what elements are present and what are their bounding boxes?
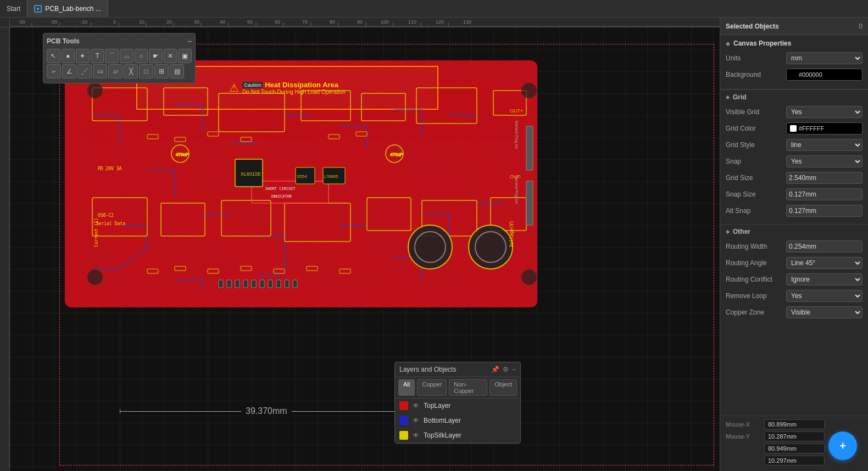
svg-rect-59 [252,181,329,203]
grid-color-row: Grid Color #FFFFFF [726,122,863,135]
svg-text:-20: -20 [50,19,57,25]
units-value[interactable]: mm inch mil [786,52,863,64]
layers-settings-icon[interactable]: ⚙ [503,366,509,373]
tool-square[interactable]: □ [139,64,153,78]
blue-action-button[interactable]: + [828,431,857,460]
svg-text:INDICATOR: INDICATOR [271,194,292,199]
ruler-corner [0,18,10,27]
tool-rect-pad[interactable]: ▭ [93,64,107,78]
tool-via[interactable]: ✦ [76,49,90,63]
layer-topsilklayer[interactable]: 👁 TopSilkLayer [395,428,520,443]
svg-text:OUT-: OUT- [510,174,522,180]
bottomlayer-visibility-icon[interactable]: 👁 [413,417,419,424]
copper-zone-select[interactable]: Visible Hidden [786,306,863,318]
svg-rect-80 [526,126,533,170]
snap-size-input[interactable] [786,188,863,200]
svg-text:S554: S554 [297,174,307,179]
tool-pan[interactable]: ☛ [149,49,163,63]
topsilklayer-label: TopSilkLayer [424,431,461,439]
svg-text:-30: -30 [18,19,25,25]
coord2-value: 10.297mm [764,456,825,466]
remove-loop-select[interactable]: Yes No [786,290,863,302]
tool-rect2[interactable]: ▱ [108,64,123,78]
svg-rect-42 [416,88,477,124]
layers-pin-icon[interactable]: 📌 [491,366,499,373]
topsilklayer-visibility-icon[interactable]: 👁 [413,431,419,439]
grid-size-input[interactable] [786,172,863,184]
units-label: Units [726,54,786,62]
board-traces-svg: SHORT CIRCUIT INDICATOR Current (I) Volt… [65,60,537,307]
tool-circle[interactable]: ○ [135,49,148,63]
tool-arc1[interactable]: ⌒ [105,49,119,63]
routing-conflict-select[interactable]: Ignore Warning Error [786,273,863,285]
tool-cross[interactable]: ╳ [124,64,138,78]
svg-text:Banana Plug-ive: Banana Plug-ive [514,121,519,149]
snap-select[interactable]: Yes No [786,155,863,167]
svg-rect-74 [175,266,186,271]
routing-width-row: Routing Width [726,240,863,253]
layers-panel-header: Layers and Objects 📌 ⚙ – [395,362,520,377]
layers-tab-object[interactable]: Object [489,379,517,396]
tool-corner[interactable]: ⌐ [47,64,61,78]
units-select[interactable]: mm inch mil [786,52,863,64]
tool-text[interactable]: T [91,49,104,63]
svg-rect-47 [285,203,350,242]
mouse-x-label: Mouse-X [726,421,764,428]
layer-toplayer[interactable]: 👁 TopLayer [395,399,520,413]
visible-grid-select[interactable]: Yes No [786,106,863,118]
routing-width-label: Routing Width [726,243,786,250]
svg-text:60: 60 [275,19,280,25]
background-value[interactable]: #000000 [786,69,863,81]
svg-rect-69 [208,132,219,136]
routing-conflict-row: Routing Conflict Ignore Warning Error [726,273,863,286]
layers-minus-icon[interactable]: – [512,366,516,373]
bottomlayer-color-swatch [399,416,408,425]
grid-section-body: Visible Grid Yes No Grid Color #FFFFFF [720,103,868,224]
pcb-tools-close-button[interactable]: – [187,37,192,46]
svg-rect-79 [340,269,350,273]
layers-tab-noncopper[interactable]: Non-Copper [449,379,487,396]
tool-select[interactable]: ↖ [47,49,60,63]
tool-arc2[interactable]: ⌓ [120,49,133,63]
start-tab[interactable]: Start [0,0,27,17]
pcb-canvas[interactable]: ⚠ Caution Heat Dissipation Area Do Not T… [10,27,720,471]
canvas-properties-title: Canvas Properties [726,40,863,47]
svg-point-56 [415,232,446,262]
grid-size-row: Grid Size [726,171,863,184]
main-area: -30 -20 -10 0 10 20 30 40 50 60 [0,18,868,471]
grid-color-picker[interactable]: #FFFFFF [786,122,863,134]
routing-width-input[interactable] [786,240,863,253]
toplayer-visibility-icon[interactable]: 👁 [413,402,419,410]
svg-text:40: 40 [220,19,225,25]
tool-circle-pad[interactable]: ● [62,49,75,63]
svg-text:XL6015E: XL6015E [241,171,261,177]
tool-grid-snap[interactable]: ⊞ [154,64,169,78]
svg-rect-98 [235,280,240,288]
grid-style-select[interactable]: line dot cross [786,139,863,151]
tool-image[interactable]: ▣ [178,49,192,63]
svg-text:SHORT CIRCUIT: SHORT CIRCUIT [265,187,296,191]
svg-text:110: 110 [408,19,416,25]
layers-tab-copper[interactable]: Copper [417,379,447,396]
tool-cut[interactable]: ✕ [164,49,177,63]
toplayer-color-swatch [399,401,408,410]
background-color-picker[interactable]: #000000 [786,69,863,81]
pcb-board: ⚠ Caution Heat Dissipation Area Do Not T… [65,60,537,307]
tool-fill[interactable]: ▤ [170,64,184,78]
tool-angle[interactable]: ∠ [62,64,76,78]
alt-snap-input[interactable] [786,205,863,217]
canvas-area[interactable]: -30 -20 -10 0 10 20 30 40 50 60 [0,18,720,471]
svg-text:OUT+: OUT+ [510,108,523,114]
tool-row-1: ↖ ● ✦ T ⌒ ⌓ ○ ☛ ✕ ▣ [47,49,192,63]
topsilklayer-color-swatch [399,431,408,440]
layer-bottomlayer[interactable]: 👁 BottomLayer [395,413,520,428]
svg-rect-40 [301,91,350,121]
coord1-value: 80.949mm [764,444,825,453]
routing-angle-select[interactable]: Line 45° Line 90° Free [786,257,863,269]
pcb-tools-panel: PCB Tools – ↖ ● ✦ T ⌒ ⌓ ○ ☛ ✕ ▣ ⌐ [43,33,196,83]
layers-tab-all[interactable]: All [398,379,415,396]
tool-trace[interactable]: ⋰ [77,64,92,78]
bottom-dim-label: 39.370mm [241,406,292,416]
pcb-tab[interactable]: PCB_Lab-bench ... [27,0,108,17]
svg-rect-73 [147,269,158,273]
